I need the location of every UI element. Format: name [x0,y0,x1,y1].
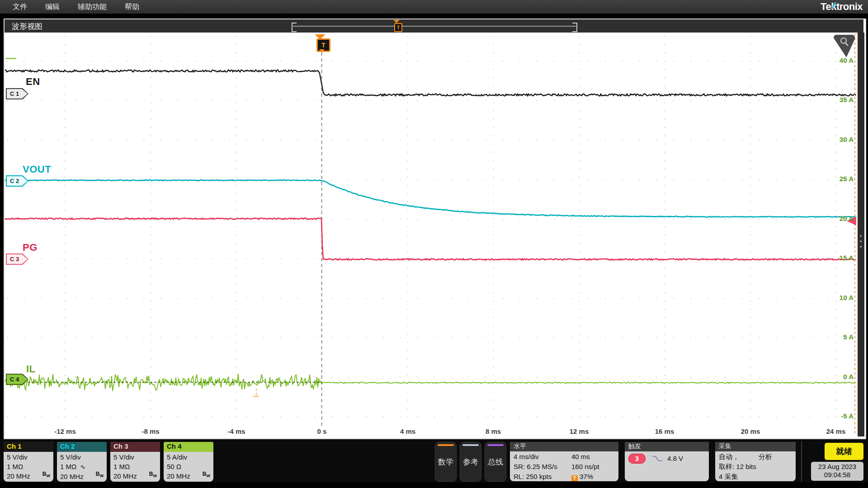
waveform-pg [5,218,856,260]
waveform-label-pg: PG [23,242,38,253]
trigger-position-tip-icon [319,49,325,52]
more-dots-icon [860,246,862,248]
acquisition-mode: 自动， [719,452,759,462]
overview-trigger-icon[interactable]: T [394,23,402,32]
channel-badge-ch2[interactable]: Ch 2 5 V/div 1 MΩ∿ 20 MHz BW [57,442,107,482]
date-text: 23 Aug 2023 [811,463,863,471]
falling-edge-icon [652,455,663,462]
add-bus-button[interactable]: 总线 [485,442,506,482]
bus-accent [487,444,504,446]
logo-rest: tronix [836,1,863,12]
results-sidebar-handle[interactable] [858,33,864,436]
channel-tag-c3-text: C 3 [7,254,28,264]
x-axis-label: 12 ms [560,427,598,435]
more-dots-icon [860,235,862,237]
horizontal-scale: 4 ms/div [514,452,571,462]
trigger-position-icon: T [571,475,578,482]
math-button-label: 数学 [438,457,453,467]
x-axis-label: 4 ms [389,427,427,435]
sample-rate: SR: 6.25 MS/s [514,462,571,472]
menu-item-help[interactable]: 帮助 [125,2,139,12]
ac-coupling-icon: ∿ [80,463,85,470]
acquisition-sampling: 取样: 12 bits [719,462,792,472]
y-axis-label: 5 A [826,333,854,341]
reference-accent [462,444,479,446]
cursor-mini-marker [253,396,259,397]
x-axis-label: -8 ms [132,427,170,435]
ch4-title: Ch 4 [164,442,213,452]
resolution: 160 ns/pt [571,462,599,472]
ch1-scale: 5 V/div [7,452,53,462]
acquisition-panel-title: 采集 [715,442,796,451]
trigger-source-badge: 3 [628,454,646,464]
waveform-label-en: EN [26,76,40,88]
bandwidth-limit-icon: BW [42,469,50,481]
bus-button-label: 总线 [488,457,503,467]
logo-k: k [831,1,836,12]
y-axis-label: -5 A [826,412,854,420]
menu-item-file[interactable]: 文件 [13,2,27,12]
overview-left-bracket[interactable] [292,23,297,32]
y-axis-label: 40 A [826,56,854,64]
x-axis-label: 16 ms [646,427,684,435]
reference-button-label: 参考 [463,457,478,467]
ch3-title: Ch 3 [110,442,160,452]
waveform-vout [5,180,856,217]
ch2-title: Ch 2 [57,442,107,452]
y-axis-label: 25 A [826,175,854,183]
acquisition-panel[interactable]: 采集 自动，分析 取样: 12 bits 4 采集 [715,442,796,481]
math-accent [438,444,454,446]
y-axis-label: 20 A [826,215,854,222]
menu-bar: 文件 编辑 辅助功能 帮助 [0,0,868,14]
trigger-level: 4.8 V [667,454,683,464]
ch1-title: Ch 1 [4,442,53,452]
waveform-il [5,374,856,391]
horizontal-panel[interactable]: 水平 4 ms/div40 ms SR: 6.25 MS/s160 ns/pt … [510,442,618,481]
waveform-en [5,70,856,96]
tektronix-logo: Tektronix [821,1,863,13]
ch-reference-dash [5,58,16,59]
bottom-bar-divider [801,441,802,482]
tab-waveform-view[interactable]: 波形视图 [12,21,42,32]
horizontal-window: 40 ms [571,452,590,462]
ch2-scale: 5 V/div [60,452,107,462]
menu-item-edit[interactable]: 编辑 [45,2,60,12]
time-text: 09:04:58 [811,471,863,479]
ch3-scale: 5 V/div [113,452,160,462]
channel-tag-c2-text: C 2 [7,176,28,186]
ready-status-button[interactable]: 就绪 [825,443,863,460]
y-axis-label: 35 A [826,96,854,103]
channel-badge-ch4[interactable]: Ch 4 5 A/div 50 Ω 20 MHz BW [164,442,213,482]
channel-tag-c4-text: C 4 [7,375,28,384]
acquisition-count: 4 采集 [719,472,792,481]
zoom-overview-bar[interactable]: T [292,21,577,32]
channel-tag-c1-text: C 1 [7,89,28,99]
zoom-magnifier-icon [839,37,851,48]
add-math-button[interactable]: 数学 [435,442,457,482]
channel-badge-ch3[interactable]: Ch 3 5 V/div 1 MΩ 20 MHz BW [110,442,160,482]
acquisition-analyze: 分析 [759,452,772,462]
x-axis-label: 8 ms [474,427,512,435]
x-axis-label: 20 ms [731,427,769,435]
horizontal-panel-title: 水平 [510,442,618,451]
overview-right-bracket[interactable] [572,23,577,32]
ch4-scale: 5 A/div [167,452,213,462]
settings-bar: Ch 1 5 V/div 1 MΩ 20 MHz BW Ch 2 5 V/div… [0,439,868,483]
bandwidth-limit-icon: BW [149,469,157,481]
menu-item-utility[interactable]: 辅助功能 [78,2,107,12]
overview-trigger-arrow-icon [393,20,400,23]
trigger-position-percent: T37% [571,472,593,481]
x-axis-label: 0 s [303,427,341,435]
cursor-mini-marker [256,393,257,395]
add-reference-button[interactable]: 参考 [460,442,481,482]
x-axis-label: 24 ms [817,427,855,435]
trigger-panel[interactable]: 触发 3 4.8 V [625,442,709,481]
x-axis-label: -12 ms [46,427,84,435]
y-axis-label: 10 A [826,294,854,301]
bandwidth-limit-icon: BW [203,469,210,481]
waveform-label-il: IL [26,363,36,375]
more-dots-icon [860,240,862,242]
waveform-plot-area[interactable] [4,33,864,436]
channel-badge-ch1[interactable]: Ch 1 5 V/div 1 MΩ 20 MHz BW [4,442,53,482]
overview-track [293,26,576,27]
